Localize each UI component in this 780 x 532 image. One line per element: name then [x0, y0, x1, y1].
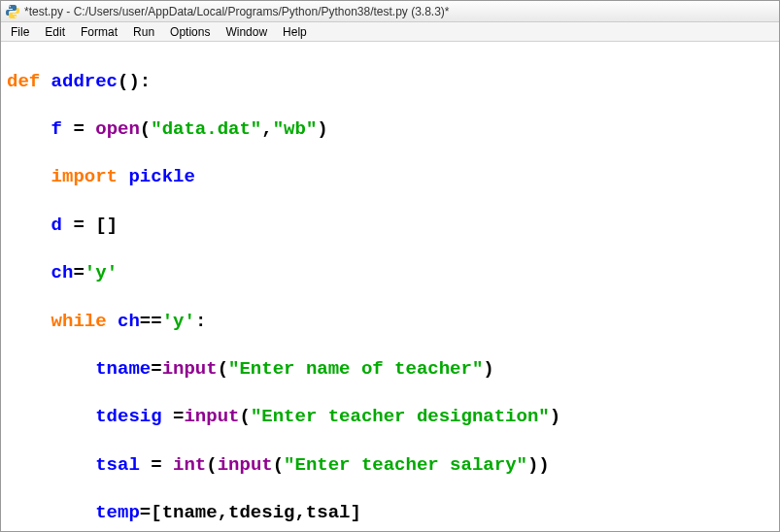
op: =: [151, 454, 173, 476]
op: =[tname,tdesig,tsal]: [140, 502, 361, 523]
op: =: [73, 118, 95, 140]
punct: (: [140, 118, 151, 140]
svg-point-1: [15, 16, 17, 17]
builtin: open: [95, 118, 140, 140]
identifier: d: [51, 215, 74, 236]
code-line: tsal = int(input("Enter teacher salary")…: [7, 453, 773, 478]
punct: (: [206, 454, 217, 476]
indent: [7, 215, 51, 236]
code-line: tdesig =input("Enter teacher designation…: [7, 405, 773, 429]
indent: [7, 358, 95, 380]
title-bar: *test.py - C:/Users/user/AppData/Local/P…: [1, 1, 779, 22]
identifier: ch: [118, 311, 140, 332]
punct: (: [218, 358, 228, 380]
indent: [7, 118, 51, 140]
keyword: while: [51, 311, 118, 332]
punct: )): [527, 454, 550, 476]
string: "data.dat": [151, 118, 261, 140]
string: "Enter teacher salary": [284, 454, 527, 476]
punct: (: [273, 454, 284, 476]
menu-run[interactable]: Run: [125, 23, 162, 41]
string: 'y': [162, 311, 195, 332]
string: "Enter name of teacher": [228, 358, 483, 380]
punct: ): [483, 358, 493, 380]
identifier: tsal: [95, 454, 151, 476]
identifier: tname: [95, 358, 151, 380]
op: =: [151, 358, 161, 380]
punct: :: [195, 311, 206, 332]
window-title: *test.py - C:/Users/user/AppData/Local/P…: [24, 5, 450, 18]
indent: [7, 311, 51, 332]
indent: [7, 262, 51, 283]
op: =: [173, 406, 184, 427]
code-line: f = open("data.dat","wb"): [7, 117, 773, 142]
punct: ): [317, 118, 327, 140]
builtin: int: [173, 454, 206, 476]
code-line: temp=[tname,tdesig,tsal]: [7, 501, 773, 525]
identifier: temp: [95, 502, 140, 523]
menu-file[interactable]: File: [3, 23, 37, 41]
op: =: [73, 262, 84, 283]
menu-options[interactable]: Options: [162, 23, 218, 41]
menu-format[interactable]: Format: [73, 23, 125, 41]
code-line: while ch=='y':: [7, 310, 773, 334]
string: "wb": [273, 118, 318, 140]
indent: [7, 502, 95, 523]
indent: [7, 406, 95, 427]
menu-help[interactable]: Help: [275, 23, 315, 41]
code-line: tname=input("Enter name of teacher"): [7, 357, 773, 382]
punct: ,: [261, 118, 272, 140]
string: 'y': [85, 262, 118, 283]
code-line: ch='y': [7, 261, 773, 285]
identifier: pickle: [128, 166, 194, 187]
python-idle-icon: [5, 4, 20, 19]
keyword: import: [51, 166, 129, 187]
identifier: tdesig: [95, 406, 173, 427]
builtin: input: [162, 358, 218, 380]
svg-point-0: [9, 6, 11, 8]
indent: [7, 454, 95, 476]
punct: ():: [118, 71, 151, 92]
punct: (: [239, 406, 250, 427]
identifier: addrec: [51, 71, 118, 92]
code-line: import pickle: [7, 165, 773, 189]
punct: ): [550, 406, 560, 427]
string: "Enter teacher designation": [251, 406, 550, 427]
menu-window[interactable]: Window: [218, 23, 275, 41]
op: ==: [140, 311, 162, 332]
code-editor[interactable]: def addrec(): f = open("data.dat","wb") …: [1, 42, 779, 532]
code-line: d = []: [7, 214, 773, 238]
keyword: def: [7, 71, 51, 92]
menu-bar: File Edit Format Run Options Window Help: [1, 22, 779, 42]
builtin: input: [184, 406, 239, 427]
builtin: input: [218, 454, 273, 476]
indent: [7, 166, 51, 187]
menu-edit[interactable]: Edit: [37, 23, 73, 41]
op: = []: [73, 215, 118, 236]
identifier: ch: [51, 262, 74, 283]
code-line: def addrec():: [7, 70, 773, 94]
identifier: f: [51, 118, 74, 140]
